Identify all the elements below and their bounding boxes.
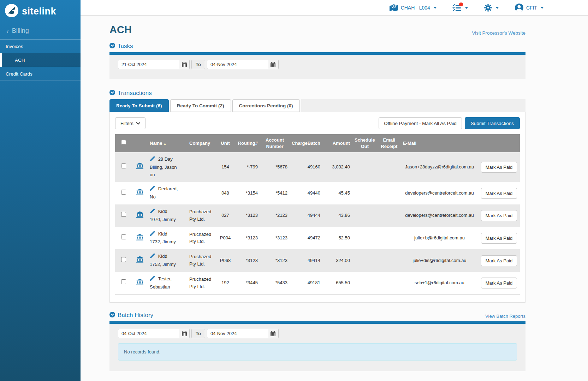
row-checkbox[interactable] [121, 257, 126, 262]
sidebar-item-invoices[interactable]: Invoices [0, 40, 81, 53]
bank-account-icon[interactable] [136, 191, 143, 196]
mark-as-paid-button[interactable]: Mark As Paid [481, 233, 517, 244]
filters-button[interactable]: Filters [115, 117, 145, 129]
top-bar: CHAH - L004 [81, 0, 588, 16]
tasks-date-to-input[interactable] [207, 60, 268, 69]
mark-as-paid-button[interactable]: Mark As Paid [481, 210, 517, 221]
submit-transactions-button[interactable]: Submit Transactions [465, 117, 520, 129]
chevron-down-icon [495, 7, 499, 9]
tasks-section-header[interactable]: Tasks [109, 43, 525, 50]
company-cell: Pruchazed Pty Ltd. [187, 227, 216, 250]
row-checkbox[interactable] [121, 163, 126, 168]
settings-menu[interactable] [484, 4, 499, 12]
calendar-button[interactable] [268, 60, 279, 69]
edit-pencil-icon[interactable] [150, 254, 156, 260]
schedule-out-cell [352, 272, 378, 294]
row-checkbox[interactable] [121, 212, 126, 217]
calendar-button[interactable] [179, 329, 190, 338]
unit-cell: P068 [216, 249, 234, 272]
sidebar-item-label: Credit Cards [6, 71, 32, 77]
company-cell [187, 182, 216, 204]
mark-as-paid-button[interactable]: Mark As Paid [481, 162, 517, 173]
sidebar-item-ach[interactable]: ACH [0, 53, 81, 67]
column-header-routing[interactable]: Routing# [234, 134, 260, 152]
edit-pencil-icon[interactable] [150, 277, 156, 282]
email-cell: julie+b@r6digital.com.au [401, 227, 478, 250]
map-location-icon [389, 4, 398, 12]
user-avatar-icon [515, 3, 524, 12]
account-number-cell: *5433 [260, 272, 290, 294]
user-menu[interactable]: CFIT [515, 3, 544, 12]
brand-name: sitelink [22, 6, 56, 17]
chevron-down-icon [540, 7, 544, 9]
column-header-schedule-out[interactable]: Schedule Out [352, 134, 378, 152]
no-records-alert: No records found. [118, 343, 517, 361]
select-all-checkbox[interactable] [121, 140, 126, 145]
email-receipt-cell [378, 152, 401, 182]
edit-pencil-icon[interactable] [150, 232, 156, 237]
column-header-email-receipt[interactable]: Email Receipt [378, 134, 401, 152]
tasks-date-from-input[interactable] [118, 60, 179, 69]
row-checkbox[interactable] [121, 190, 126, 195]
row-checkbox[interactable] [121, 234, 126, 239]
schedule-out-cell [352, 152, 378, 182]
brand-logo[interactable]: sitelink [0, 0, 81, 22]
visit-processor-link[interactable]: Visit Processor's Website [472, 30, 525, 36]
tab-corrections-pending[interactable]: Corrections Pending (0) [232, 99, 300, 112]
column-header-chargebatch[interactable]: ChargeBatch [290, 134, 322, 152]
tab-ready-to-submit[interactable]: Ready To Submit (6) [109, 99, 169, 112]
routing-cell: *3123 [234, 204, 260, 227]
calendar-button[interactable] [179, 60, 190, 69]
account-number-cell: *3123 [260, 227, 290, 250]
amount-cell: 324.00 [322, 249, 352, 272]
chargebatch-cell: 49440 [290, 182, 322, 204]
column-header-amount[interactable]: Amount [322, 134, 352, 152]
calendar-icon [182, 62, 187, 67]
collapse-chevron-icon [109, 43, 115, 50]
table-row: Tester, Sebastian Pruchazed Pty Ltd. 192… [115, 272, 520, 294]
edit-pencil-icon[interactable] [150, 209, 156, 215]
tasks-menu[interactable] [452, 4, 468, 12]
column-header-name[interactable]: Name▲ [148, 134, 187, 152]
batch-date-from-input[interactable] [118, 329, 179, 338]
row-checkbox[interactable] [121, 279, 126, 284]
sidebar-back-billing[interactable]: ‹ Billing [0, 22, 81, 40]
tab-ready-to-commit[interactable]: Ready To Commit (2) [170, 99, 231, 112]
tasks-panel: To [109, 55, 525, 79]
bank-account-icon[interactable] [136, 281, 143, 286]
batch-date-to-input[interactable] [207, 329, 268, 338]
amount-cell: 52.50 [322, 227, 352, 250]
column-header-company[interactable]: Company [187, 134, 216, 152]
batch-history-panel: To No records found. [109, 324, 525, 371]
column-header-unit[interactable]: Unit [216, 134, 234, 152]
chevron-left-icon: ‹ [6, 28, 9, 35]
mark-as-paid-button[interactable]: Mark As Paid [481, 188, 517, 199]
view-batch-reports-link[interactable]: View Batch Reports [485, 314, 525, 319]
mark-as-paid-button[interactable]: Mark As Paid [481, 278, 517, 288]
sidebar-item-credit-cards[interactable]: Credit Cards [0, 67, 81, 81]
offline-payment-button[interactable]: Offline Payment - Mark All As Paid [379, 117, 462, 129]
batch-history-toggle[interactable]: Batch History [109, 312, 153, 319]
routing-cell: *3123 [234, 249, 260, 272]
bank-account-icon[interactable] [136, 165, 143, 170]
email-receipt-cell [378, 272, 401, 294]
calendar-icon [270, 62, 276, 67]
chargebatch-cell: 49472 [290, 227, 322, 250]
bank-account-icon[interactable] [136, 236, 143, 242]
account-number-cell: *3123 [260, 249, 290, 272]
sidebar-item-label: ACH [15, 58, 25, 63]
bank-account-icon[interactable] [136, 258, 143, 264]
schedule-out-cell [352, 182, 378, 204]
edit-pencil-icon[interactable] [150, 157, 156, 162]
bank-column-header [132, 134, 148, 152]
transactions-section-header[interactable]: Transactions [109, 90, 525, 97]
bank-account-icon[interactable] [136, 214, 143, 219]
company-cell: Pruchazed Pty Ltd. [187, 204, 216, 227]
calendar-button[interactable] [268, 329, 279, 338]
column-header-account-number[interactable]: Account Number [260, 134, 290, 152]
mark-as-paid-button[interactable]: Mark As Paid [481, 255, 517, 266]
column-header-email[interactable]: E-Mail [401, 134, 478, 152]
chargebatch-cell: 49444 [290, 204, 322, 227]
location-selector[interactable]: CHAH - L004 [389, 4, 437, 12]
edit-pencil-icon[interactable] [150, 187, 156, 192]
